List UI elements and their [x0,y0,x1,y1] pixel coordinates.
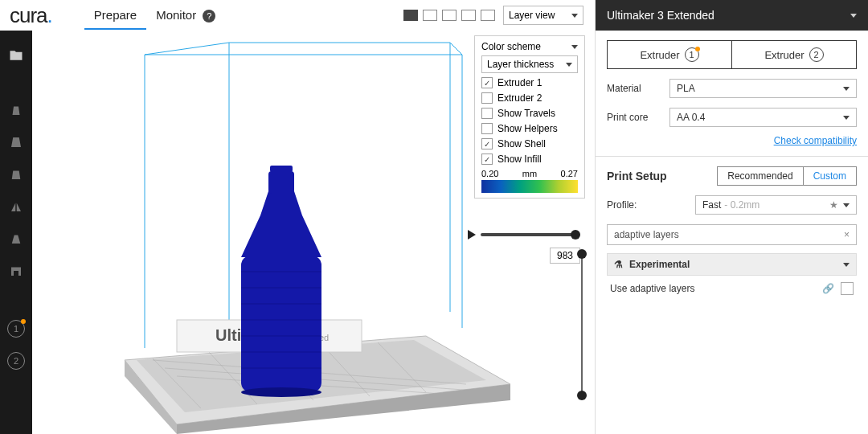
printcore-select[interactable]: AA 0.4 [669,108,857,127]
checkbox-helpers[interactable] [481,123,493,134]
settings-panel: Ultimaker 3 Extended Extruder 1 Extruder… [595,0,868,434]
chevron-down-icon [843,87,850,91]
flask-icon: ⚗ [614,259,623,270]
scale-tool-icon[interactable] [7,133,25,151]
build-plate-label: Ulti [215,326,241,344]
chevron-down-icon [843,116,850,120]
profile-label: Profile: [607,199,695,211]
rotate-tool-icon[interactable] [7,166,25,183]
link-icon[interactable]: 🔗 [822,283,834,294]
material-select[interactable]: PLA [669,79,857,98]
setting-adaptive-layers-label: Use adaptive layers [610,283,694,294]
extruder-1-badge[interactable]: 1 [7,320,25,338]
app-logo: cura. [10,3,52,28]
checkbox-travels[interactable] [481,108,493,119]
horizontal-layer-slider[interactable] [481,233,577,236]
tab-prepare[interactable]: Prepare [84,2,146,30]
open-file-icon[interactable] [7,47,25,64]
setup-custom-button[interactable]: Custom [803,167,856,185]
chevron-down-icon [850,14,857,18]
layer-view-panel: Color scheme Layer thickness ✓Extruder 1… [474,35,585,199]
view-mode-xray-icon[interactable] [423,10,437,21]
setup-recommended-button[interactable]: Recommended [718,167,802,185]
checkbox-extruder1[interactable]: ✓ [481,77,493,88]
support-tool-icon[interactable] [7,262,25,280]
svg-rect-18 [270,166,293,172]
view-mode-layers-icon[interactable] [442,10,457,21]
view-mode-icons [403,10,495,21]
chevron-down-icon [571,14,578,18]
vertical-layer-slider[interactable] [581,252,583,397]
thickness-gradient [481,180,578,193]
extruder-tab-1[interactable]: Extruder 1 [608,41,732,68]
chevron-down-icon[interactable] [571,45,578,49]
color-scheme-select[interactable]: Layer thickness [481,55,578,73]
view-mode-front-icon[interactable] [461,10,476,21]
check-compatibility-link[interactable]: Check compatibility [607,135,857,146]
printer-selector[interactable]: Ultimaker 3 Extended [596,0,868,31]
star-icon: ★ [829,199,838,211]
tab-monitor[interactable]: Monitor ? [146,2,225,29]
setup-mode-toggle[interactable]: Recommended Custom [717,166,857,186]
checkbox-infill[interactable]: ✓ [481,154,493,165]
view-mode-iso-icon[interactable] [481,10,495,21]
mesh-tool-icon[interactable] [7,230,25,248]
move-tool-icon[interactable] [7,101,25,119]
extruder-tab-2[interactable]: Extruder 2 [732,41,856,68]
checkbox-adaptive-layers[interactable] [841,282,854,295]
svg-point-26 [241,387,321,397]
section-experimental[interactable]: ⚗ Experimental [607,253,857,276]
chevron-down-icon [843,263,850,267]
svg-rect-17 [268,171,294,194]
svg-rect-14 [241,256,321,392]
material-label: Material [607,83,663,94]
print-setup-title: Print Setup [607,170,667,182]
left-toolbar: 1 2 [0,31,32,434]
chevron-down-icon [843,203,850,207]
printcore-label: Print core [607,112,663,123]
checkbox-shell[interactable]: ✓ [481,138,493,149]
profile-select[interactable]: Fast - 0.2mm ★ [695,195,857,215]
view-select[interactable]: Layer view [503,6,583,25]
checkbox-extruder2[interactable] [481,92,493,104]
color-scheme-label: Color scheme [481,41,541,52]
svg-marker-15 [241,215,321,257]
settings-search-input[interactable]: adaptive layers × [607,224,857,245]
play-icon[interactable] [468,230,476,240]
clear-search-icon[interactable]: × [844,229,850,240]
view-mode-solid-icon[interactable] [403,10,418,21]
svg-marker-16 [260,191,302,215]
help-icon[interactable]: ? [203,10,215,23]
chevron-down-icon [566,63,572,67]
mirror-tool-icon[interactable] [7,198,25,215]
extruder-2-badge[interactable]: 2 [7,352,25,370]
